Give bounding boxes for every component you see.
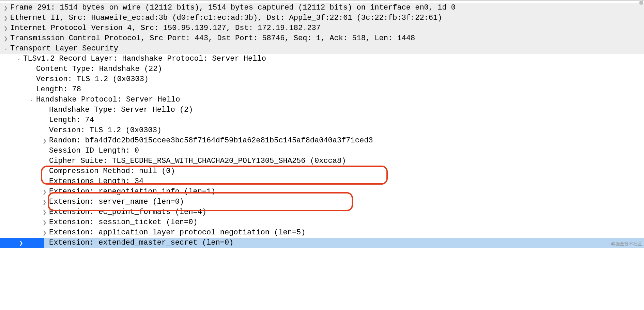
extensions-length-row[interactable]: Extensions Length: 34 [0,176,644,187]
chevron-right-icon [19,238,24,248]
top-layers-block: Frame 291: 1514 bytes on wire (12112 bit… [0,3,644,54]
ext-ems-text: Extension: extended_master_secret (len=0… [49,238,233,248]
chevron-right-icon [3,3,8,13]
ext-session-ticket-row[interactable]: Extension: session_ticket (len=0) [0,217,644,228]
hs-version-row[interactable]: Version: TLS 1.2 (0x0303) [0,125,644,136]
record-text: TLSv1.2 Record Layer: Handshake Protocol… [23,54,266,64]
tcp-row[interactable]: Transmission Control Protocol, Src Port:… [0,33,644,44]
chevron-right-icon [3,33,8,44]
content-type-row[interactable]: Content Type: Handshake (22) [0,64,644,74]
hs-type-text: Handshake Type: Server Hello (2) [49,105,193,115]
random-row[interactable]: Random: bfa4d7dc2bd5015ccee3bc58f7164df5… [0,136,644,146]
ip-row[interactable]: Internet Protocol Version 4, Src: 150.95… [0,23,644,33]
hs-length-text: Length: 74 [49,115,94,125]
tls-text: Transport Layer Security [10,44,118,53]
chevron-right-icon [42,197,47,207]
chevron-down-icon [29,95,34,105]
ext-sni-text: Extension: server_name (len=0) [49,197,184,207]
tls-row[interactable]: Transport Layer Security [0,44,644,54]
length-text: Length: 78 [36,84,81,94]
ext-ecpoint-row[interactable]: Extension: ec_point_formats (len=4) [0,207,644,217]
ethernet-row[interactable]: Ethernet II, Src: HuaweiTe_ec:ad:3b (d0:… [0,13,644,23]
ext-ems-row-selected[interactable]: Extension: extended_master_secret (len=0… [0,238,644,248]
tcp-text: Transmission Control Protocol, Src Port:… [10,33,415,43]
handshake-text: Handshake Protocol: Server Hello [36,95,180,105]
length-row[interactable]: Length: 78 [0,84,644,95]
chevron-right-icon [42,228,47,238]
ext-ecpoint-text: Extension: ec_point_formats (len=4) [49,207,206,217]
ext-sni-row[interactable]: Extension: server_name (len=0) [0,197,644,207]
record-layer-row[interactable]: TLSv1.2 Record Layer: Handshake Protocol… [0,54,644,64]
cipher-suite-row[interactable]: Cipher Suite: TLS_ECDHE_RSA_WITH_CHACHA2… [0,156,644,166]
scrollbar-thumb[interactable] [639,1,643,5]
version-text: Version: TLS 1.2 (0x0303) [36,74,149,84]
ethernet-text: Ethernet II, Src: HuaweiTe_ec:ad:3b (d0:… [10,13,442,23]
chevron-right-icon [3,13,8,23]
content-type-text: Content Type: Handshake (22) [36,64,162,74]
chevron-right-icon [42,187,47,197]
ip-text: Internet Protocol Version 4, Src: 150.95… [10,23,321,33]
session-id-length-row[interactable]: Session ID Length: 0 [0,146,644,156]
handshake-row[interactable]: Handshake Protocol: Server Hello [0,95,644,105]
random-text: Random: bfa4d7dc2bd5015ccee3bc58f7164df5… [49,136,373,145]
ext-renegotiation-text: Extension: renegotiation_info (len=1) [49,187,215,197]
chevron-down-icon [3,44,8,54]
ext-renegotiation-row[interactable]: Extension: renegotiation_info (len=1) [0,187,644,197]
ext-alpn-row[interactable]: Extension: application_layer_protocol_ne… [0,228,644,238]
chevron-right-icon [42,217,47,228]
frame-row[interactable]: Frame 291: 1514 bytes on wire (12112 bit… [0,3,644,13]
chevron-right-icon [3,23,8,33]
selection-gutter [0,238,44,248]
compression-text: Compression Method: null (0) [49,166,175,176]
hs-length-row[interactable]: Length: 74 [0,115,644,125]
extensions-length-text: Extensions Length: 34 [49,176,143,186]
hs-version-text: Version: TLS 1.2 (0x0303) [49,125,162,135]
chevron-right-icon [42,136,47,146]
version-row[interactable]: Version: TLS 1.2 (0x0303) [0,74,644,84]
chevron-down-icon [16,54,21,64]
session-id-length-text: Session ID Length: 0 [49,146,139,156]
packet-details-panel: Frame 291: 1514 bytes on wire (12112 bit… [0,0,644,248]
ext-session-ticket-text: Extension: session_ticket (len=0) [49,217,198,227]
watermark: @掘金技术社区 [611,241,642,247]
ext-alpn-text: Extension: application_layer_protocol_ne… [49,228,306,237]
hs-type-row[interactable]: Handshake Type: Server Hello (2) [0,105,644,115]
compression-row[interactable]: Compression Method: null (0) [0,166,644,176]
cipher-suite-text: Cipher Suite: TLS_ECDHE_RSA_WITH_CHACHA2… [49,156,346,166]
frame-text: Frame 291: 1514 bytes on wire (12112 bit… [10,3,456,13]
chevron-right-icon [42,207,47,217]
